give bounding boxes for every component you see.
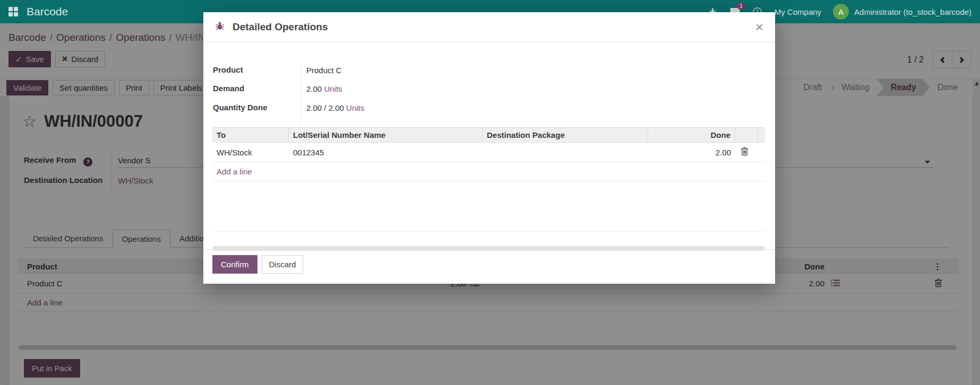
add-line-row: Add a line bbox=[212, 162, 765, 181]
column-done[interactable]: Done bbox=[648, 128, 735, 143]
quantity-done-label: Quantity Done bbox=[213, 103, 268, 112]
dialog-header: Detailed Operations × bbox=[203, 12, 775, 42]
product-label: Product bbox=[213, 65, 243, 74]
user-menu[interactable]: A Administrator (to_stock_barcode) bbox=[833, 4, 972, 20]
screen: Barcode 1 My Company A Administrator (to… bbox=[0, 0, 980, 385]
delete-row-trash-icon[interactable] bbox=[735, 143, 758, 162]
dialog-lines-table: To Lot/Serial Number Name Destination Pa… bbox=[212, 127, 765, 181]
cell-destination-package[interactable] bbox=[483, 148, 648, 156]
quantity-done-unit[interactable]: Units bbox=[346, 103, 364, 112]
bug-icon bbox=[215, 21, 225, 33]
dialog-discard-button[interactable]: Discard bbox=[262, 255, 304, 274]
confirm-button[interactable]: Confirm bbox=[212, 255, 257, 274]
add-a-line-link[interactable]: Add a line bbox=[217, 167, 252, 176]
detailed-operations-dialog: Detailed Operations × Product Product C … bbox=[203, 12, 775, 284]
cell-done[interactable]: 2.00 bbox=[648, 144, 735, 161]
cell-to[interactable]: WH/Stock bbox=[212, 144, 289, 161]
table-divider bbox=[212, 231, 765, 232]
dialog-footer: Confirm Discard bbox=[203, 249, 775, 279]
messages-badge: 1 bbox=[737, 3, 745, 10]
company-menu[interactable]: My Company bbox=[775, 7, 821, 16]
user-menu-label: Administrator (to_stock_barcode) bbox=[854, 7, 972, 16]
column-destination-package[interactable]: Destination Package bbox=[483, 128, 648, 143]
column-lot-serial[interactable]: Lot/Serial Number Name bbox=[289, 128, 483, 143]
app-name[interactable]: Barcode bbox=[27, 5, 68, 18]
demand-label: Demand bbox=[213, 84, 244, 93]
demand-unit[interactable]: Units bbox=[324, 84, 342, 93]
apps-menu-icon[interactable] bbox=[8, 7, 18, 16]
cell-lot-serial[interactable]: 0012345 bbox=[289, 144, 483, 161]
demand-value: 2.00 Units bbox=[306, 84, 342, 93]
column-to[interactable]: To bbox=[212, 128, 289, 143]
table-row[interactable]: WH/Stock 0012345 2.00 bbox=[212, 143, 765, 162]
user-avatar: A bbox=[833, 4, 849, 20]
dialog-close-icon[interactable]: × bbox=[755, 22, 763, 32]
quantity-done-value: 2.00 / 2.00 Units bbox=[306, 103, 364, 112]
product-value[interactable]: Product C bbox=[306, 66, 342, 75]
form-divider bbox=[300, 64, 301, 123]
dialog-table-header: To Lot/Serial Number Name Destination Pa… bbox=[212, 127, 765, 143]
dialog-title: Detailed Operations bbox=[233, 21, 328, 33]
